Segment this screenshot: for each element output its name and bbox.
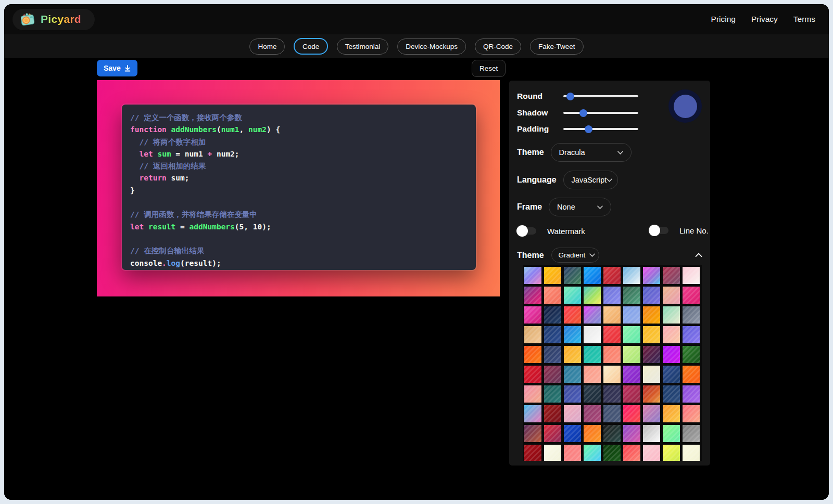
gradient-swatch[interactable] bbox=[663, 425, 680, 442]
gradient-swatch[interactable] bbox=[544, 287, 561, 304]
gradient-swatch[interactable] bbox=[683, 385, 700, 403]
gradient-swatch[interactable] bbox=[603, 267, 621, 284]
line-no-toggle[interactable] bbox=[649, 225, 673, 236]
gradient-swatch[interactable] bbox=[623, 306, 640, 324]
language-select[interactable]: JavaScript bbox=[563, 171, 618, 189]
gradient-swatch[interactable] bbox=[643, 287, 660, 304]
preview-canvas[interactable]: // 定义一个函数，接收两个参数function addNumbers(num1… bbox=[97, 80, 500, 296]
gradient-swatch[interactable] bbox=[524, 405, 541, 422]
gradient-swatch[interactable] bbox=[623, 346, 640, 363]
gradient-swatch[interactable] bbox=[663, 346, 680, 363]
gradient-swatch[interactable] bbox=[564, 326, 581, 343]
gradient-swatch[interactable] bbox=[643, 385, 660, 403]
gradient-swatch[interactable] bbox=[683, 366, 700, 383]
save-button[interactable]: Save bbox=[97, 60, 137, 76]
gradient-swatch[interactable] bbox=[643, 346, 660, 363]
gradient-swatch[interactable] bbox=[544, 346, 561, 363]
gradient-swatch[interactable] bbox=[564, 346, 581, 363]
gradient-swatch[interactable] bbox=[544, 267, 561, 284]
gradient-swatch[interactable] bbox=[623, 405, 640, 422]
gradient-swatch[interactable] bbox=[584, 346, 601, 363]
gradient-swatch[interactable] bbox=[584, 326, 601, 343]
gradient-swatch[interactable] bbox=[544, 366, 561, 383]
gradient-swatch[interactable] bbox=[643, 306, 660, 324]
gradient-swatch[interactable] bbox=[603, 366, 621, 383]
gradient-theme-select[interactable]: Gradient bbox=[551, 248, 599, 263]
gradient-swatch[interactable] bbox=[623, 366, 640, 383]
tab-testimonial[interactable]: Testimonial bbox=[337, 38, 389, 55]
gradient-swatch[interactable] bbox=[683, 405, 700, 422]
gradient-swatch[interactable] bbox=[544, 405, 561, 422]
gradient-swatch[interactable] bbox=[544, 445, 561, 461]
gradient-swatch[interactable] bbox=[643, 445, 660, 461]
gradient-swatch[interactable] bbox=[663, 366, 680, 383]
gradient-swatch[interactable] bbox=[524, 445, 541, 461]
gradient-swatch[interactable] bbox=[603, 306, 621, 324]
gradient-swatch[interactable] bbox=[683, 346, 700, 363]
gradient-swatch[interactable] bbox=[584, 306, 601, 324]
gradient-swatch[interactable] bbox=[603, 445, 621, 461]
gradient-swatch[interactable] bbox=[623, 385, 640, 403]
gradient-swatch[interactable] bbox=[524, 425, 541, 442]
gradient-swatch[interactable] bbox=[603, 287, 621, 304]
reset-button[interactable]: Reset bbox=[472, 60, 506, 77]
tab-home[interactable]: Home bbox=[249, 38, 285, 55]
gradient-swatch[interactable] bbox=[663, 326, 680, 343]
gradient-swatch[interactable] bbox=[663, 445, 680, 461]
gradient-swatch[interactable] bbox=[663, 385, 680, 403]
gradient-swatch[interactable] bbox=[663, 306, 680, 324]
gradient-swatch[interactable] bbox=[683, 287, 700, 304]
gradient-swatch[interactable] bbox=[544, 425, 561, 442]
gradient-swatch[interactable] bbox=[623, 425, 640, 442]
gradient-swatch[interactable] bbox=[564, 366, 581, 383]
gradient-swatch[interactable] bbox=[564, 405, 581, 422]
gradient-swatch[interactable] bbox=[524, 287, 541, 304]
gradient-swatch[interactable] bbox=[584, 287, 601, 304]
gradient-swatch[interactable] bbox=[683, 306, 700, 324]
gradient-swatch[interactable] bbox=[584, 385, 601, 403]
gradient-swatch[interactable] bbox=[564, 445, 581, 461]
gradient-swatch[interactable] bbox=[643, 425, 660, 442]
gradient-swatch[interactable] bbox=[524, 306, 541, 324]
gradient-swatch[interactable] bbox=[603, 425, 621, 442]
tab-device-mockups[interactable]: Device-Mockups bbox=[397, 38, 466, 55]
gradient-swatch[interactable] bbox=[544, 326, 561, 343]
gradient-swatch[interactable] bbox=[524, 385, 541, 403]
gradient-swatch[interactable] bbox=[603, 385, 621, 403]
nav-link-terms[interactable]: Terms bbox=[793, 15, 815, 24]
gradient-swatch[interactable] bbox=[564, 385, 581, 403]
gradient-swatch[interactable] bbox=[584, 405, 601, 422]
gradient-swatch[interactable] bbox=[564, 306, 581, 324]
collapse-chevron-up-icon[interactable] bbox=[695, 253, 702, 257]
gradient-swatch[interactable] bbox=[603, 326, 621, 343]
brand-logo[interactable]: Picyard bbox=[12, 9, 95, 30]
gradient-swatch[interactable] bbox=[623, 326, 640, 343]
gradient-swatch[interactable] bbox=[564, 267, 581, 284]
gradient-swatch[interactable] bbox=[643, 326, 660, 343]
gradient-swatch[interactable] bbox=[524, 326, 541, 343]
gradient-swatch[interactable] bbox=[663, 267, 680, 284]
nav-link-pricing[interactable]: Pricing bbox=[711, 15, 736, 24]
gradient-swatch[interactable] bbox=[524, 366, 541, 383]
gradient-swatch[interactable] bbox=[623, 267, 640, 284]
theme-select[interactable]: Dracula bbox=[551, 143, 632, 162]
gradient-swatch[interactable] bbox=[603, 346, 621, 363]
gradient-swatch[interactable] bbox=[584, 445, 601, 461]
gradient-swatch[interactable] bbox=[683, 425, 700, 442]
gradient-swatch[interactable] bbox=[524, 346, 541, 363]
nav-link-privacy[interactable]: Privacy bbox=[751, 15, 778, 24]
gradient-swatch[interactable] bbox=[683, 326, 700, 343]
gradient-swatch[interactable] bbox=[544, 385, 561, 403]
round-slider[interactable] bbox=[563, 93, 638, 100]
padding-slider[interactable] bbox=[563, 125, 638, 133]
gradient-swatch[interactable] bbox=[683, 445, 700, 461]
frame-select[interactable]: None bbox=[549, 198, 611, 216]
gradient-swatch[interactable] bbox=[643, 267, 660, 284]
tab-qr-code[interactable]: QR-Code bbox=[475, 38, 521, 55]
shadow-slider[interactable] bbox=[563, 109, 638, 117]
gradient-swatch[interactable] bbox=[564, 287, 581, 304]
gradient-swatch[interactable] bbox=[584, 425, 601, 442]
gradient-swatch[interactable] bbox=[663, 405, 680, 422]
gradient-swatch[interactable] bbox=[564, 425, 581, 442]
gradient-swatch[interactable] bbox=[544, 306, 561, 324]
